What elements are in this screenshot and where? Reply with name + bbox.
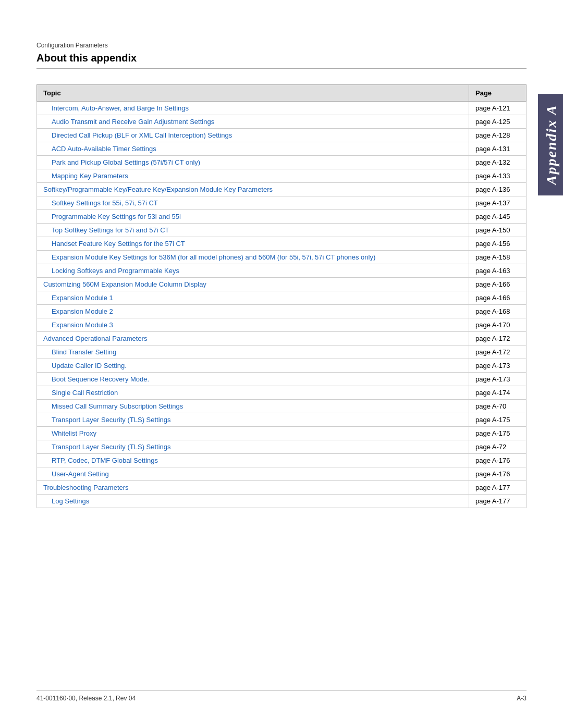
topic-cell: Locking Softkeys and Programmable Keys <box>37 264 469 278</box>
topic-link[interactable]: Log Settings <box>52 497 89 505</box>
table-row: Advanced Operational Parameterspage A-17… <box>37 332 527 346</box>
table-header-row: Topic Page <box>37 85 527 102</box>
page-cell: page A-174 <box>469 386 527 400</box>
topic-cell: Troubleshooting Parameters <box>37 481 469 495</box>
topic-link[interactable]: Transport Layer Security (TLS) Settings <box>52 416 171 424</box>
topic-cell: User-Agent Setting <box>37 467 469 481</box>
table-row: Expansion Module Key Settings for 536M (… <box>37 251 527 264</box>
topic-link[interactable]: Whitelist Proxy <box>52 429 96 437</box>
topic-cell: Update Caller ID Setting. <box>37 359 469 373</box>
table-row: Park and Pickup Global Settings (57i/57i… <box>37 156 527 169</box>
topic-link[interactable]: Advanced Operational Parameters <box>43 335 147 342</box>
topic-cell: Expansion Module 3 <box>37 318 469 332</box>
topic-link[interactable]: Mapping Key Parameters <box>52 172 128 180</box>
topic-link[interactable]: Troubleshooting Parameters <box>43 484 129 491</box>
topic-cell: Whitelist Proxy <box>37 427 469 440</box>
page-cell: page A-125 <box>469 115 527 129</box>
topic-link[interactable]: User-Agent Setting <box>52 470 109 478</box>
table-row: Expansion Module 2page A-168 <box>37 305 527 318</box>
topic-cell: Handset Feature Key Settings for the 57i… <box>37 237 469 251</box>
page-cell: page A-128 <box>469 129 527 142</box>
page-cell: page A-158 <box>469 251 527 264</box>
topic-link[interactable]: Single Call Restriction <box>52 389 118 397</box>
table-row: Missed Call Summary Subscription Setting… <box>37 400 527 413</box>
toc-table: Topic Page Intercom, Auto-Answer, and Ba… <box>36 84 527 508</box>
topic-link[interactable]: Customizing 560M Expansion Module Column… <box>43 280 206 288</box>
topic-cell: Expansion Module 1 <box>37 291 469 305</box>
page-container: Appendix A Configuration Parameters Abou… <box>0 0 563 728</box>
topic-link[interactable]: Expansion Module 2 <box>52 307 113 315</box>
topic-cell: Top Softkey Settings for 57i and 57i CT <box>37 224 469 237</box>
topic-cell: Expansion Module 2 <box>37 305 469 318</box>
topic-link[interactable]: Transport Layer Security (TLS) Settings <box>52 443 171 451</box>
page-cell: page A-176 <box>469 467 527 481</box>
table-row: Transport Layer Security (TLS) Settingsp… <box>37 413 527 427</box>
topic-link[interactable]: Locking Softkeys and Programmable Keys <box>52 267 179 275</box>
topic-cell: Audio Transmit and Receive Gain Adjustme… <box>37 115 469 129</box>
table-row: Single Call Restrictionpage A-174 <box>37 386 527 400</box>
topic-link[interactable]: Park and Pickup Global Settings (57i/57i… <box>52 158 200 166</box>
table-row: Blind Transfer Settingpage A-172 <box>37 346 527 359</box>
topic-link[interactable]: Update Caller ID Setting. <box>52 362 127 369</box>
topic-link[interactable]: Blind Transfer Setting <box>52 348 116 356</box>
page-cell: page A-173 <box>469 373 527 386</box>
topic-link[interactable]: Handset Feature Key Settings for the 57i… <box>52 240 185 248</box>
topic-link[interactable]: Intercom, Auto-Answer, and Barge In Sett… <box>52 104 189 112</box>
topic-cell: Park and Pickup Global Settings (57i/57i… <box>37 156 469 169</box>
table-row: Softkey Settings for 55i, 57i, 57i CTpag… <box>37 196 527 210</box>
topic-link[interactable]: Boot Sequence Recovery Mode. <box>52 375 149 383</box>
page-cell: page A-177 <box>469 495 527 508</box>
page-cell: page A-70 <box>469 400 527 413</box>
topic-link[interactable]: ACD Auto-Available Timer Settings <box>52 145 156 153</box>
topic-cell: Advanced Operational Parameters <box>37 332 469 346</box>
table-row: RTP, Codec, DTMF Global Settingspage A-1… <box>37 454 527 467</box>
topic-link[interactable]: Expansion Module 3 <box>52 321 113 329</box>
table-row: Softkey/Programmable Key/Feature Key/Exp… <box>37 183 527 196</box>
topic-cell: Blind Transfer Setting <box>37 346 469 359</box>
topic-link[interactable]: Softkey/Programmable Key/Feature Key/Exp… <box>43 186 273 193</box>
topic-cell: Missed Call Summary Subscription Setting… <box>37 400 469 413</box>
table-row: Audio Transmit and Receive Gain Adjustme… <box>37 115 527 129</box>
table-row: Locking Softkeys and Programmable Keyspa… <box>37 264 527 278</box>
page-cell: page A-173 <box>469 359 527 373</box>
topic-link[interactable]: Expansion Module 1 <box>52 294 113 302</box>
table-row: Intercom, Auto-Answer, and Barge In Sett… <box>37 102 527 115</box>
page-cell: page A-175 <box>469 413 527 427</box>
topic-link[interactable]: Missed Call Summary Subscription Setting… <box>52 402 183 410</box>
table-row: Log Settingspage A-177 <box>37 495 527 508</box>
side-tab-appendix: Appendix A <box>538 94 563 195</box>
page-cell: page A-133 <box>469 169 527 183</box>
page-cell: page A-145 <box>469 210 527 224</box>
topic-link[interactable]: Top Softkey Settings for 57i and 57i CT <box>52 226 169 234</box>
page-cell: page A-72 <box>469 440 527 454</box>
topic-link[interactable]: Programmable Key Settings for 53i and 55… <box>52 213 181 220</box>
topic-link[interactable]: Expansion Module Key Settings for 536M (… <box>52 253 375 261</box>
page-cell: page A-121 <box>469 102 527 115</box>
table-row: Boot Sequence Recovery Mode.page A-173 <box>37 373 527 386</box>
topic-link[interactable]: Audio Transmit and Receive Gain Adjustme… <box>52 118 214 126</box>
page-cell: page A-132 <box>469 156 527 169</box>
topic-cell: Expansion Module Key Settings for 536M (… <box>37 251 469 264</box>
table-row: Expansion Module 1page A-166 <box>37 291 527 305</box>
col-header-topic: Topic <box>37 85 469 102</box>
topic-cell: Softkey/Programmable Key/Feature Key/Exp… <box>37 183 469 196</box>
topic-cell: Log Settings <box>37 495 469 508</box>
topic-link[interactable]: Softkey Settings for 55i, 57i, 57i CT <box>52 199 158 207</box>
page-cell: page A-136 <box>469 183 527 196</box>
page-cell: page A-163 <box>469 264 527 278</box>
page-cell: page A-176 <box>469 454 527 467</box>
table-row: ACD Auto-Available Timer Settingspage A-… <box>37 142 527 156</box>
topic-cell: Intercom, Auto-Answer, and Barge In Sett… <box>37 102 469 115</box>
topic-link[interactable]: RTP, Codec, DTMF Global Settings <box>52 456 158 464</box>
page-cell: page A-170 <box>469 318 527 332</box>
topic-cell: Boot Sequence Recovery Mode. <box>37 373 469 386</box>
topic-cell: ACD Auto-Available Timer Settings <box>37 142 469 156</box>
page-cell: page A-177 <box>469 481 527 495</box>
topic-link[interactable]: Directed Call Pickup (BLF or XML Call In… <box>52 131 232 139</box>
topic-cell: Softkey Settings for 55i, 57i, 57i CT <box>37 196 469 210</box>
page-cell: page A-172 <box>469 332 527 346</box>
table-row: Whitelist Proxypage A-175 <box>37 427 527 440</box>
table-row: Update Caller ID Setting.page A-173 <box>37 359 527 373</box>
page-cell: page A-166 <box>469 278 527 291</box>
table-row: Expansion Module 3page A-170 <box>37 318 527 332</box>
